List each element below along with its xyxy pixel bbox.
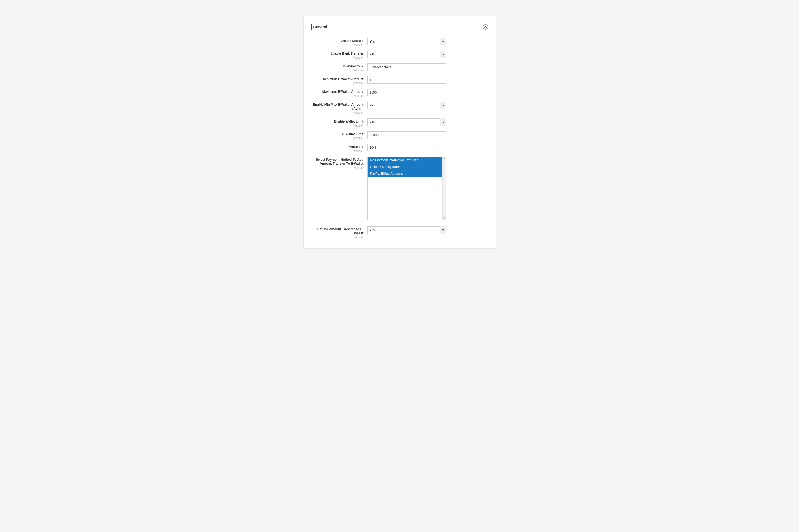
max-amount-input[interactable] — [367, 89, 446, 96]
label-col: Enable Min Max E-Wallet Amount in Admin … — [311, 102, 367, 114]
field-scope: [website] — [311, 94, 363, 97]
row-max-amount: Maximum E-Wallet Amount [website] — [311, 89, 488, 97]
label-col: Minimum E-Wallet Amount [website] — [311, 76, 367, 85]
general-settings-panel: General Enable Module [website] Yes Enab… — [303, 16, 496, 249]
field-scope: [website] — [311, 124, 363, 127]
label-col: Maximum E-Wallet Amount [website] — [311, 89, 367, 97]
control-col: No Payment Information Required Check / … — [367, 157, 446, 220]
select-value: Yes — [367, 51, 446, 58]
control-col: Yes — [367, 38, 446, 45]
row-ewallet-limit: E-Wallet Limit [website] — [311, 131, 488, 140]
field-scope: [website] — [311, 56, 363, 59]
ewallet-limit-input[interactable] — [367, 131, 446, 139]
select-value: Yes — [367, 226, 446, 234]
select-value: Yes — [367, 102, 446, 109]
label-col: Select Payment Method To Add Amount Tran… — [311, 157, 367, 169]
multiselect-options: No Payment Information Required Check / … — [367, 157, 442, 177]
section-title: General — [311, 24, 329, 31]
control-col — [367, 144, 446, 151]
label-col: Product Id [website] — [311, 144, 367, 152]
payment-methods-multiselect[interactable]: No Payment Information Required Check / … — [367, 157, 446, 220]
enable-module-select[interactable]: Yes — [367, 38, 446, 45]
product-id-input[interactable] — [367, 144, 446, 151]
label-col: E-Wallet Title [website] — [311, 63, 367, 72]
row-refund-transfer: Refund Amount Transfer To E-Wallet [webs… — [311, 226, 488, 239]
label-col: Refund Amount Transfer To E-Wallet [webs… — [311, 226, 367, 239]
field-label: Enable Min Max E-Wallet Amount in Admin — [311, 103, 363, 111]
control-col: Yes — [367, 118, 446, 126]
control-col — [367, 131, 446, 139]
resize-handle-icon[interactable] — [443, 217, 446, 219]
row-payment-methods: Select Payment Method To Add Amount Tran… — [311, 157, 488, 220]
control-col: Yes — [367, 226, 446, 234]
field-label: E-Wallet Title — [311, 64, 363, 69]
field-label: Enable Module — [311, 39, 363, 43]
row-ewallet-title: E-Wallet Title [website] — [311, 63, 488, 72]
field-label: Maximum E-Wallet Amount — [311, 90, 363, 94]
field-label: Refund Amount Transfer To E-Wallet — [311, 227, 363, 236]
chevron-up-icon — [484, 26, 487, 28]
caret-down-icon — [440, 226, 446, 234]
control-col: Yes — [367, 51, 446, 58]
caret-down-icon — [440, 118, 446, 126]
field-label: Enable Bank Transfer — [311, 52, 363, 56]
panel-header: General — [311, 24, 488, 31]
row-enable-module: Enable Module [website] Yes — [311, 38, 488, 46]
enable-bank-transfer-select[interactable]: Yes — [367, 51, 446, 58]
field-label: Enable Wallet Limit — [311, 119, 363, 124]
field-scope: [website] — [311, 43, 363, 46]
caret-down-icon — [440, 38, 446, 45]
ewallet-title-input[interactable] — [367, 63, 446, 71]
scroll-up-icon: ▴ — [444, 157, 445, 160]
field-label: Product Id — [311, 145, 363, 149]
control-col: Yes — [367, 102, 446, 109]
enable-minmax-admin-select[interactable]: Yes — [367, 102, 446, 109]
field-scope: [website] — [311, 137, 363, 140]
refund-transfer-select[interactable]: Yes — [367, 226, 446, 234]
min-amount-input[interactable] — [367, 76, 446, 84]
scrollbar[interactable]: ▴ ▾ — [442, 157, 446, 220]
field-label: Minimum E-Wallet Amount — [311, 77, 363, 81]
row-enable-minmax-admin: Enable Min Max E-Wallet Amount in Admin … — [311, 102, 488, 114]
label-col: Enable Module [website] — [311, 38, 367, 46]
field-scope: [website] — [311, 69, 363, 72]
row-enable-wallet-limit: Enable Wallet Limit [website] Yes — [311, 118, 488, 127]
multiselect-option[interactable]: Check / Money order — [367, 164, 442, 170]
row-enable-bank-transfer: Enable Bank Transfer [website] Yes — [311, 51, 488, 59]
multiselect-option[interactable]: No Payment Information Required — [367, 157, 442, 164]
control-col — [367, 89, 446, 96]
row-min-amount: Minimum E-Wallet Amount [website] — [311, 76, 488, 85]
field-scope: [website] — [311, 150, 363, 152]
control-col — [367, 76, 446, 84]
label-col: Enable Wallet Limit [website] — [311, 118, 367, 127]
field-scope: [website] — [311, 81, 363, 84]
field-label: E-Wallet Limit — [311, 132, 363, 137]
field-scope: [website] — [311, 236, 363, 239]
caret-down-icon — [440, 102, 446, 109]
multiselect-option[interactable]: PayPal Billing Agreement — [367, 170, 442, 177]
field-label: Select Payment Method To Add Amount Tran… — [311, 158, 363, 166]
field-scope: [website] — [311, 111, 363, 114]
select-value: Yes — [367, 38, 446, 45]
label-col: E-Wallet Limit [website] — [311, 131, 367, 140]
label-col: Enable Bank Transfer [website] — [311, 51, 367, 59]
caret-down-icon — [440, 51, 446, 58]
field-scope: [website] — [311, 166, 363, 169]
select-value: Yes — [367, 118, 446, 126]
control-col — [367, 63, 446, 71]
collapse-toggle[interactable] — [483, 24, 488, 30]
row-product-id: Product Id [website] — [311, 144, 488, 152]
enable-wallet-limit-select[interactable]: Yes — [367, 118, 446, 126]
